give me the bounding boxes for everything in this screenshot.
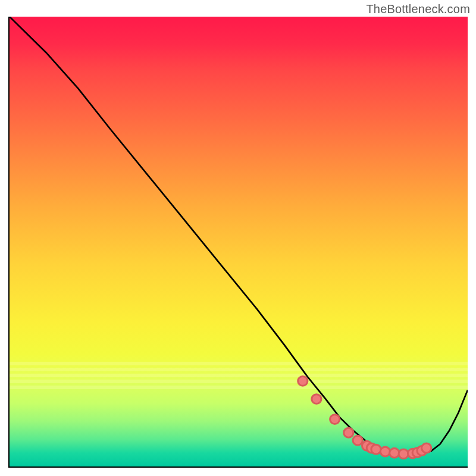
curve-dot [371, 444, 381, 454]
curve-dot [422, 443, 431, 453]
curve-dot [312, 394, 321, 404]
curve-dot [390, 448, 399, 458]
chart-plot-area [8, 17, 468, 468]
chart-svg [10, 17, 468, 466]
watermark-text: TheBottleneck.com [366, 2, 470, 16]
curve-dot [298, 376, 308, 386]
curve-dot [353, 436, 362, 445]
curve-dot [330, 415, 340, 424]
curve-line [10, 17, 468, 455]
curve-dot [399, 449, 408, 459]
curve-dot [344, 428, 353, 437]
curve-dot [380, 447, 390, 456]
